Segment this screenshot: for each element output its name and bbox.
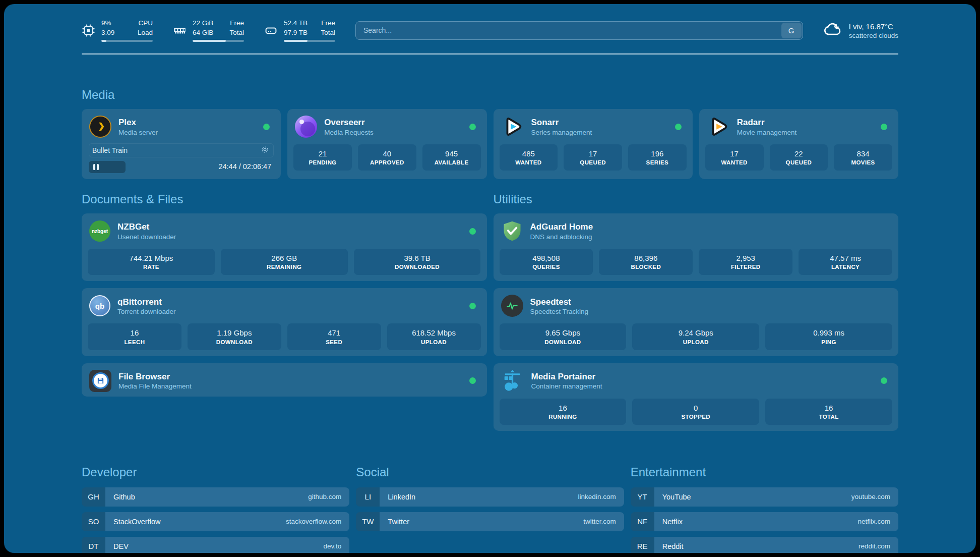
card-speedtest[interactable]: Speedtest Speedtest Tracking 9.65 GbpsDO… — [494, 288, 899, 356]
section-documents: Documents & Files nzbget NZBGet Usenet d… — [82, 192, 487, 438]
stat-label: FILTERED — [701, 264, 790, 270]
card-filebrowser[interactable]: File Browser Media File Management — [82, 363, 487, 397]
app-name: Plex — [118, 117, 158, 128]
section-utilities: Utilities — [494, 192, 899, 438]
bookmark-abbr: DT — [82, 537, 105, 553]
card-adguard[interactable]: AdGuard Home DNS and adblocking 498,508Q… — [494, 213, 899, 281]
overseerr-icon — [295, 116, 317, 138]
bookmark-name: Github — [113, 493, 135, 501]
status-dot — [469, 228, 476, 235]
disk-icon — [264, 24, 278, 37]
bookmark-group-developer: Developer GH Githubgithub.com SO StackOv… — [82, 465, 349, 553]
resource-widget-disk: 52.4 TBFree 97.9 TBTotal — [264, 19, 335, 42]
bookmark-row-reddit[interactable]: RE Redditreddit.com — [631, 537, 898, 553]
bookmark-row-netflix[interactable]: NF Netflixnetflix.com — [631, 512, 898, 531]
stat-label: DOWNLOAD — [502, 339, 625, 345]
app-name: Speedtest — [530, 297, 589, 308]
stat-tile: 17WANTED — [705, 144, 764, 171]
stat-label: PENDING — [295, 159, 350, 165]
resource-widgets: 9%CPU 3.09Load — [82, 19, 335, 42]
now-playing-title: Bullet Train — [92, 146, 128, 154]
stat-label: QUEUED — [566, 159, 620, 165]
stat-value: 618.52 Mbps — [389, 328, 479, 338]
stat-label: WANTED — [502, 159, 556, 165]
stat-label: RATE — [90, 264, 213, 270]
search-input[interactable] — [355, 21, 803, 40]
stat-value: 40 — [360, 149, 414, 159]
section-title-utilities: Utilities — [494, 192, 899, 206]
section-title-developer: Developer — [82, 465, 349, 479]
stat-value: 17 — [707, 149, 762, 159]
app-name: File Browser — [118, 371, 192, 382]
stat-tile: 39.6 TBDOWNLOADED — [354, 249, 481, 275]
bookmark-abbr: YT — [631, 487, 654, 507]
bookmark-row-dev[interactable]: DT DEVdev.to — [82, 537, 349, 553]
stat-tile: 945AVAILABLE — [422, 144, 481, 171]
resource-label: Load — [138, 28, 153, 38]
bookmark-row-github[interactable]: GH Githubgithub.com — [82, 487, 349, 507]
card-portainer[interactable]: Media Portainer Container management 16R… — [494, 363, 899, 431]
stat-value: 16 — [767, 403, 890, 413]
bookmark-row-stackoverflow[interactable]: SO StackOverflowstackoverflow.com — [82, 512, 349, 531]
card-radarr[interactable]: Radarr Movie management 17WANTED 22QUEUE… — [699, 109, 898, 179]
stat-tile: 196SERIES — [628, 144, 687, 171]
app-subtitle: Usenet downloader — [117, 233, 176, 241]
resource-label: Free — [321, 19, 335, 28]
nzbget-icon-label: nzbget — [92, 229, 108, 234]
bookmark-url: reddit.com — [859, 542, 890, 550]
stat-value: 86,396 — [601, 253, 691, 263]
card-overseerr[interactable]: Overseerr Media Requests 21PENDING 40APP… — [287, 109, 486, 179]
stat-tile: 47.57 msLATENCY — [799, 249, 892, 275]
stat-tile: 1.19 GbpsDOWNLOAD — [188, 323, 281, 350]
app-name: Media Portainer — [531, 371, 602, 382]
playback-progress: 24:44 / 02:06:47 — [89, 161, 274, 173]
stat-tile: 266 GBREMAINING — [221, 249, 348, 275]
media-grid: Plex Media server Bullet Train — [82, 109, 898, 179]
stat-tile: 16RUNNING — [500, 399, 627, 425]
bookmark-row-youtube[interactable]: YT YouTubeyoutube.com — [631, 487, 898, 507]
stat-label: SEED — [289, 339, 379, 345]
app-subtitle: Media Requests — [324, 129, 374, 136]
bookmark-abbr: SO — [82, 512, 105, 531]
bookmark-row-twitter[interactable]: TW Twittertwitter.com — [356, 512, 624, 531]
search-provider-button[interactable]: G — [781, 23, 802, 38]
status-dot — [881, 377, 887, 384]
section-title-social: Social — [356, 465, 624, 479]
stat-value: 485 — [502, 149, 556, 159]
app-subtitle: Media server — [118, 129, 158, 136]
now-playing: Bullet Train 24:44 / 02:06:47 — [82, 142, 281, 179]
resource-label: CPU — [138, 19, 153, 28]
stat-label: APPROVED — [360, 159, 414, 165]
card-sonarr[interactable]: Sonarr Series management 485WANTED 17QUE… — [494, 109, 693, 179]
status-dot — [469, 377, 476, 384]
bookmark-abbr: RE — [631, 537, 654, 553]
stat-tile: 16LEECH — [88, 323, 181, 350]
bookmark-name: LinkedIn — [388, 493, 415, 501]
radarr-icon — [707, 115, 730, 138]
status-dot — [469, 303, 476, 309]
stat-label: LATENCY — [801, 264, 890, 270]
pause-button[interactable] — [89, 161, 126, 173]
settings-icon[interactable] — [261, 145, 269, 155]
card-nzbget[interactable]: nzbget NZBGet Usenet downloader 744.21 M… — [82, 213, 487, 281]
stat-label: DOWNLOADED — [356, 264, 479, 270]
bookmark-abbr: LI — [356, 487, 380, 507]
bookmark-name: DEV — [113, 542, 129, 550]
card-plex[interactable]: Plex Media server Bullet Train — [82, 109, 281, 179]
stat-value: 16 — [90, 328, 179, 338]
stat-label: WANTED — [707, 159, 762, 165]
card-qbittorrent[interactable]: qb qBittorrent Torrent downloader 16LEEC… — [82, 288, 487, 356]
plex-icon — [89, 116, 111, 138]
playback-time: 24:44 / 02:06:47 — [218, 162, 271, 171]
bookmark-name: YouTube — [662, 493, 691, 501]
resource-label: Free — [230, 19, 244, 28]
stat-value: 0 — [634, 403, 757, 413]
status-dot — [881, 124, 887, 130]
bookmark-abbr: NF — [631, 512, 654, 531]
app-name: Sonarr — [531, 117, 592, 128]
bookmark-row-linkedin[interactable]: LI LinkedInlinkedin.com — [356, 487, 624, 507]
stat-tile: 9.24 GbpsUPLOAD — [632, 323, 759, 350]
stat-value: 16 — [502, 403, 625, 413]
resource-label: Total — [229, 28, 244, 38]
stat-tile: 471SEED — [287, 323, 381, 350]
